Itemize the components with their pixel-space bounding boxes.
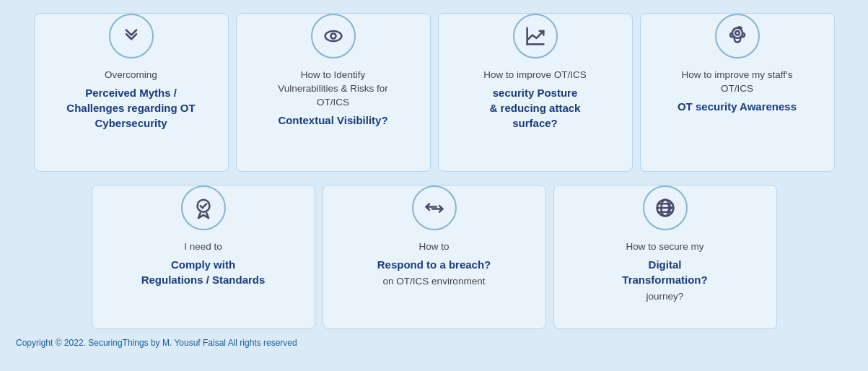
- card2-title: Contextual Visibility?: [268, 113, 398, 128]
- card-comply-regulations: I need to Comply withRegulations / Stand…: [92, 185, 315, 329]
- chevrons-icon: [109, 14, 154, 58]
- card3-title: security Posture& reducing attacksurface…: [480, 85, 591, 131]
- card-digital-transformation: How to secure my DigitalTransformation? …: [553, 185, 777, 329]
- globe-arrow-icon: [643, 186, 688, 230]
- card4-label: How to improve my staff'sOT/ICS: [672, 69, 803, 96]
- svg-point-0: [325, 31, 341, 41]
- svg-point-1: [330, 33, 336, 38]
- top-card-row: Overcoming Perceived Myths /Challenges r…: [13, 13, 855, 172]
- card-overcoming-myths: Overcoming Perceived Myths /Challenges r…: [34, 13, 229, 172]
- card-respond-breach: How to Respond to a breach? on OT/ICS en…: [323, 185, 546, 329]
- card-ot-security-awareness: How to improve my staff'sOT/ICS OT secur…: [640, 13, 835, 172]
- card6-label: How to: [408, 240, 459, 254]
- card1-title: Perceived Myths /Challenges regarding OT…: [56, 85, 205, 131]
- copyright-text: Copyright © 2022. SecuringThings by M. Y…: [16, 338, 855, 348]
- card7-subtitle: journey?: [636, 290, 694, 304]
- card6-title: Respond to a breach?: [367, 257, 501, 272]
- award-icon: [181, 186, 226, 230]
- svg-point-4: [732, 28, 742, 38]
- card6-subtitle: on OT/ICS environment: [373, 275, 496, 289]
- bottom-card-row: I need to Comply withRegulations / Stand…: [13, 185, 855, 329]
- card5-title: Comply withRegulations / Standards: [131, 257, 276, 287]
- card4-title: OT security Awareness: [667, 99, 807, 114]
- card2-label: How to IdentifyVulnerabilities & Risks f…: [268, 69, 398, 110]
- card1-label: Overcoming: [95, 69, 167, 82]
- arrows-exchange-icon: [412, 186, 457, 230]
- card5-label: I need to: [174, 240, 232, 254]
- card-security-posture: How to improve OT/ICS security Posture& …: [438, 13, 633, 172]
- card-contextual-visibility: How to IdentifyVulnerabilities & Risks f…: [236, 13, 431, 172]
- card3-label: How to improve OT/ICS: [473, 69, 597, 82]
- eye-icon: [311, 14, 356, 58]
- svg-point-5: [735, 31, 740, 35]
- card7-title: DigitalTransformation?: [612, 257, 717, 287]
- head-gear-icon: [715, 14, 760, 58]
- chart-decrease-icon: [513, 14, 558, 58]
- card7-label: How to secure my: [615, 240, 714, 254]
